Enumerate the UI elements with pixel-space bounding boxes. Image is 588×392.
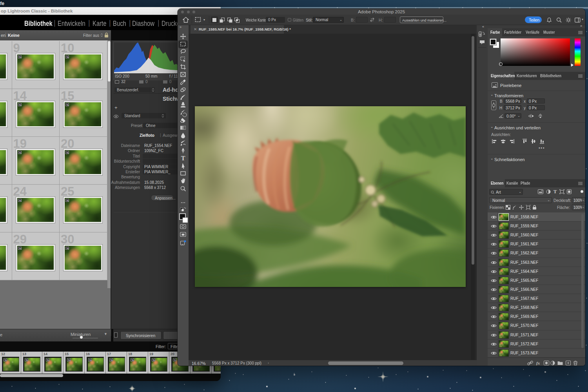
svg-text:T: T bbox=[181, 155, 185, 162]
svg-text:»: » bbox=[180, 25, 181, 29]
svg-text:T: T bbox=[554, 189, 557, 194]
svg-text:fx: fx bbox=[536, 361, 540, 365]
